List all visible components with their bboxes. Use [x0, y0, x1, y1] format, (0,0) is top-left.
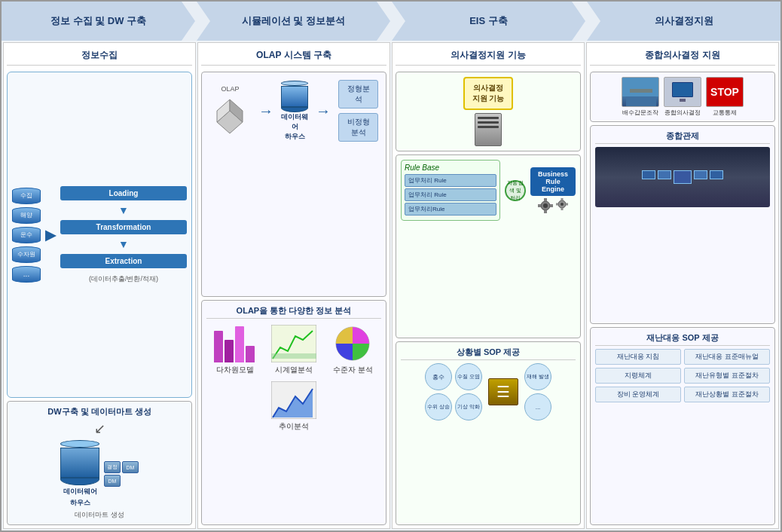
header-col2: 시뮬레이션 및 정보분석	[197, 2, 390, 41]
chart-trend: 추이분석	[271, 381, 316, 432]
monitor	[672, 82, 693, 97]
dw-cyl-label-1: 데이터웨어	[63, 487, 97, 497]
dw-section-title: DW구축 및 데이터마트 생성	[12, 406, 187, 417]
computer-item: 종합의사결정	[664, 77, 701, 117]
column-2: OLAP 시스템 구축 OLAP →	[197, 42, 390, 529]
db-cyl-1: 수집	[12, 188, 41, 204]
dw-bottom: 데이터웨어 하우스 결정 DM DM	[12, 440, 187, 508]
db-cyl-2: 해양	[12, 207, 41, 224]
dm-row-1: 결정 DM	[104, 461, 139, 473]
search-bre: 자동 검색 및 처리	[505, 180, 526, 201]
olap-dw-bottom	[281, 107, 308, 112]
db-해양: 해양	[12, 207, 41, 224]
decision-center: 의사결정 지원 기능	[401, 77, 576, 146]
dm-cylinders: 결정 DM DM	[104, 461, 139, 487]
db-cyl-4: 수자원	[12, 246, 41, 263]
gear-icons	[537, 197, 569, 214]
bre-box: Business Rule Engine	[530, 167, 576, 196]
db-stack: 수집 해양 운수 수자원	[12, 188, 41, 283]
dw-main-cylinder: 데이터웨어 하우스	[60, 440, 99, 508]
col4-header: 종합의사결정 지원	[590, 46, 775, 66]
svg-point-15	[561, 203, 564, 206]
server-icon	[475, 113, 502, 146]
analysis-charts-section: OLAP을 통한 다양한 정보 분석 다차원모델	[201, 300, 386, 525]
olap-dw-label1: 데이터웨어	[281, 112, 308, 132]
computer-label: 종합의사결정	[664, 109, 701, 117]
ctrl-screen-3	[674, 170, 692, 184]
chart-label-level: 수준자 분석	[333, 365, 373, 375]
dam-image	[622, 77, 659, 107]
dm-cyl-2: DM	[122, 461, 139, 473]
chart-level: 수준자 분석	[332, 325, 374, 375]
stop-label: 교통통제	[713, 109, 737, 117]
col2-bottom-title: OLAP을 통한 다양한 정보 분석	[206, 305, 381, 319]
decision-support-images: 배수갑문조작 종합의사결정 STOP 교통통제	[595, 77, 770, 117]
olap-area: OLAP →	[206, 77, 381, 145]
olap-label: OLAP	[221, 85, 239, 93]
sop-center-area: 홍수 수질 오염 수위 상승 기상 악화 ☰ 재해 발생 ...	[401, 363, 576, 420]
svg-rect-19	[566, 203, 568, 205]
analysis-boxes: 정형분석 비정형분석	[338, 80, 378, 142]
etl-loading: Loading	[60, 186, 187, 200]
dam-item: 배수갑문조작	[622, 77, 659, 117]
chart-timeseries: 시계열분석	[271, 325, 316, 375]
svg-rect-22	[630, 89, 652, 93]
svg-rect-13	[550, 204, 553, 207]
ctrl-screen-1	[642, 170, 655, 179]
sop-node-기상악화: 기상 악화	[455, 393, 482, 420]
sop-cell-3: 재난유형별 표준절차	[684, 368, 770, 384]
olap-dw-top	[281, 81, 308, 86]
db-etc: ...	[12, 266, 41, 283]
svg-rect-21	[626, 96, 656, 107]
sop-cell-2: 지령체계	[595, 368, 681, 384]
rule-base-title: Rule Base	[405, 164, 496, 172]
header-row: 정보 수집 및 DW 구축 시뮬레이션 및 정보분석 EIS 구축 의사결정지원	[2, 2, 780, 41]
chart-line-svg	[271, 325, 316, 362]
control-room-section: 종합관제	[590, 125, 775, 324]
sop-right-nodes: 재해 발생 ...	[524, 363, 551, 420]
svg-rect-17	[561, 208, 564, 210]
etl-steps: Loading ▼ Transformation ▼ Extraction (데…	[60, 186, 187, 284]
sop-cell-0: 재난대응 지침	[595, 349, 681, 365]
svg-rect-16	[561, 198, 564, 200]
stop-item: STOP 교통통제	[706, 77, 744, 117]
olap-section: OLAP →	[201, 72, 386, 297]
column-4: 종합의사결정 지원 배수갑문조작	[586, 42, 779, 529]
rule-base-box: Rule Base 업무처리 Rule 업무처리 Rule 업무처리Rule	[401, 160, 500, 221]
dm-row-2: DM	[104, 475, 139, 487]
svg-rect-18	[556, 203, 558, 205]
db-수집: 수집	[12, 188, 41, 204]
bar-1	[214, 331, 223, 362]
server-lines	[475, 114, 501, 131]
computer-image	[664, 77, 701, 107]
db-수자원: 수자원	[12, 246, 41, 263]
rule-area: Rule Base 업무처리 Rule 업무처리 Rule 업무처리Rule 자…	[401, 160, 576, 221]
db-운수: 운수	[12, 227, 41, 243]
sop-node-etc: ...	[524, 393, 551, 420]
olap-dw-cylinder: 데이터웨어 하우스	[281, 81, 308, 142]
dw-cyl-bottom	[60, 478, 99, 485]
dw-cyl-label-2: 하우스	[70, 498, 90, 508]
server-section	[475, 113, 502, 146]
rule-item-2: 업무처리 Rule	[405, 188, 496, 201]
dw-cyl-top	[60, 440, 99, 448]
col3-header: 의사결정지원 기능	[396, 46, 581, 66]
chart-pie-svg	[332, 325, 374, 362]
etl-section: 수집 해양 운수 수자원	[7, 72, 192, 398]
analysis-charts: 다차원모델 시계열분석	[206, 322, 381, 435]
etl-transformation: Transformation	[60, 220, 187, 234]
search-circle: 자동 검색 및 처리	[505, 180, 526, 201]
ctrl-screen-4	[694, 170, 707, 179]
disaster-sop-title: 재난대응 SOP 제공	[595, 332, 770, 346]
sop-node-수질오염: 수질 오염	[455, 363, 482, 390]
chart-multidim: 다차원모델	[214, 325, 255, 375]
svg-rect-11	[544, 210, 547, 213]
etl-arrow-1: ▼	[60, 205, 187, 216]
chart-label-timeseries: 시계열분석	[275, 365, 313, 375]
content-row: 정보수집 수집 해양 운수	[2, 41, 780, 530]
db-cyl-5: ...	[12, 266, 41, 283]
etl-extraction: Extraction	[60, 254, 187, 268]
control-screens	[642, 170, 723, 184]
control-bg	[595, 147, 770, 207]
analysis-box-2: 비정형분석	[338, 113, 378, 142]
